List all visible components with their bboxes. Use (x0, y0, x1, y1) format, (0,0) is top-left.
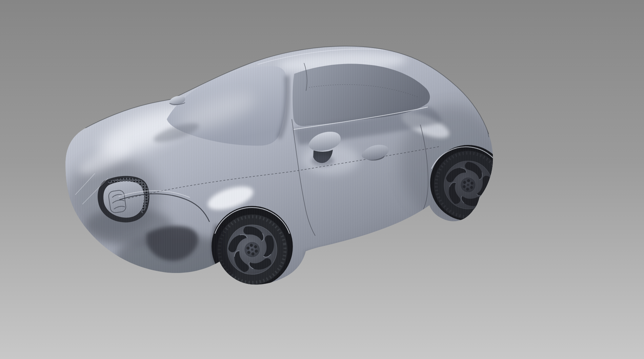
cad-stage: 3D CAD viewport render: silver concept h… (0, 0, 644, 359)
viewport-canvas[interactable]: 3D CAD viewport render: silver concept h… (0, 0, 644, 359)
